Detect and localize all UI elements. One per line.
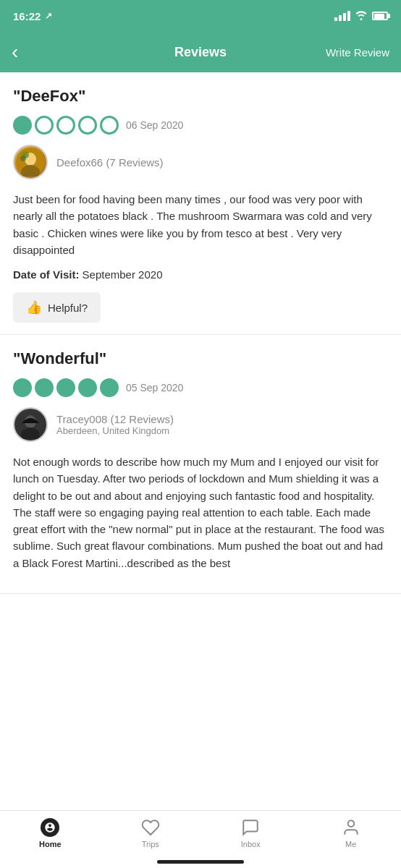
write-review-button[interactable]: Write Review: [326, 46, 389, 59]
date-of-visit-value-1: September 2020: [83, 268, 163, 281]
star-2-4: [78, 378, 97, 397]
reviewer-name-1: Deefox66 (7 Reviews): [56, 156, 164, 169]
review-title-1: "DeeFox": [13, 87, 388, 106]
date-of-visit-1: Date of Visit: September 2020: [13, 268, 388, 281]
back-button[interactable]: ‹: [12, 38, 24, 67]
nav-item-me[interactable]: Me: [329, 818, 373, 848]
nav-item-inbox[interactable]: Inbox: [229, 818, 272, 848]
location-icon: ↗: [45, 11, 52, 21]
review-text-2: Not enough words to describe how much my…: [13, 454, 388, 571]
star-2-3: [56, 378, 75, 397]
star-rating-2: [13, 378, 119, 397]
star-1-4: [78, 116, 97, 135]
reviewer-location-2: Aberdeen, United Kingdom: [56, 425, 174, 436]
review-card-2: "Wonderful" 05 Sep 2020 Tra: [0, 335, 401, 594]
svg-point-4: [20, 156, 26, 161]
star-2-5: [100, 378, 119, 397]
review-date-2: 05 Sep 2020: [126, 382, 183, 393]
star-2-2: [35, 378, 54, 397]
signal-icon: [334, 11, 350, 21]
helpful-label-1: Helpful?: [48, 302, 88, 314]
reviewer-info-1: Deefox66 (7 Reviews): [56, 156, 164, 169]
bottom-nav: Home Trips Inbox Me: [0, 810, 401, 868]
star-1-2: [35, 116, 54, 135]
nav-label-home: Home: [39, 840, 62, 848]
thumbs-up-icon: 👍: [26, 299, 42, 315]
date-of-visit-label-1: Date of Visit:: [13, 268, 79, 281]
star-1-3: [56, 116, 75, 135]
reviewer-row-1: Deefox66 (7 Reviews): [13, 145, 388, 179]
reviewer-row-2: Tracey008 (12 Reviews) Aberdeen, United …: [13, 407, 388, 442]
review-date-1: 06 Sep 2020: [126, 119, 183, 131]
avatar-2: [13, 407, 48, 442]
nav-label-trips: Trips: [142, 840, 159, 848]
status-right: [334, 10, 388, 22]
reviewer-name-2: Tracey008 (12 Reviews): [56, 413, 174, 425]
review-text-1: Just been for food having been many time…: [13, 191, 388, 258]
status-left: 16:22 ↗: [13, 10, 52, 22]
trips-icon: [141, 818, 160, 837]
star-1-5: [100, 116, 119, 135]
review-card-1: "DeeFox" 06 Sep 2020: [0, 72, 401, 335]
home-icon: [41, 818, 59, 837]
star-2-1: [13, 378, 32, 397]
time-display: 16:22: [13, 10, 41, 22]
nav-bar: ‹ Reviews Write Review: [0, 32, 401, 72]
nav-item-home[interactable]: Home: [28, 818, 72, 848]
status-bar: 16:22 ↗: [0, 0, 401, 32]
rating-row-2: 05 Sep 2020: [13, 378, 388, 397]
page-title: Reviews: [174, 45, 227, 60]
avatar-1: [13, 145, 48, 179]
nav-label-me: Me: [345, 840, 356, 848]
review-title-2: "Wonderful": [13, 349, 388, 368]
reviews-content: "DeeFox" 06 Sep 2020: [0, 72, 401, 659]
nav-label-inbox: Inbox: [241, 840, 261, 848]
battery-icon: [372, 12, 388, 20]
me-icon: [342, 818, 360, 837]
home-indicator: [157, 860, 244, 864]
inbox-icon: [241, 818, 260, 837]
star-1-1: [13, 116, 32, 135]
wifi-icon: [355, 10, 368, 22]
rating-row-1: 06 Sep 2020: [13, 116, 388, 135]
star-rating-1: [13, 116, 119, 135]
nav-item-trips[interactable]: Trips: [129, 818, 172, 848]
reviewer-info-2: Tracey008 (12 Reviews) Aberdeen, United …: [56, 413, 174, 436]
svg-point-8: [347, 820, 354, 827]
helpful-button-1[interactable]: 👍 Helpful?: [13, 292, 101, 323]
